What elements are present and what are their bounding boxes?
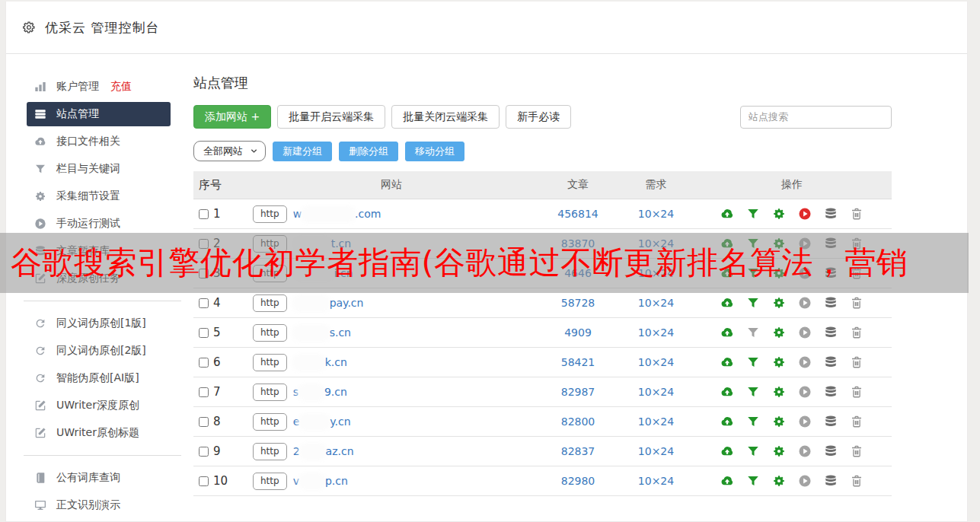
sidebar-item[interactable]: 智能伪原创[AI版] [27, 366, 171, 390]
site-domain-link[interactable]: s.cn [293, 326, 351, 339]
cloud-upload-icon[interactable] [720, 474, 734, 488]
refresh-icon [34, 372, 46, 384]
funnel-icon[interactable] [746, 444, 760, 458]
trash-icon[interactable] [850, 207, 863, 221]
play-icon[interactable] [798, 296, 812, 310]
database-icon[interactable] [824, 444, 838, 458]
gears-icon[interactable] [772, 296, 786, 310]
new-group-button[interactable]: 新建分组 [273, 142, 332, 161]
trash-icon[interactable] [850, 355, 863, 369]
row-checkbox[interactable] [199, 328, 209, 338]
play-icon[interactable] [798, 326, 812, 339]
funnel-icon[interactable] [746, 355, 760, 369]
row-checkbox[interactable] [199, 447, 209, 457]
trash-icon[interactable] [850, 444, 863, 458]
database-icon[interactable] [824, 474, 838, 488]
trash-icon[interactable] [850, 296, 863, 310]
row-checkbox[interactable] [199, 387, 209, 397]
recharge-link[interactable]: 充值 [110, 80, 132, 94]
cloud-upload-icon[interactable] [720, 326, 734, 339]
row-checkbox[interactable] [199, 298, 209, 308]
sidebar-item[interactable]: 接口文件相关 [27, 129, 171, 154]
gears-icon[interactable] [772, 385, 786, 399]
funnel-icon[interactable] [746, 207, 760, 221]
sidebar-item[interactable]: 账户管理充值 [27, 75, 171, 99]
row-checkbox[interactable] [199, 358, 209, 368]
article-count[interactable]: 58421 [536, 356, 620, 368]
edit-icon [34, 427, 46, 439]
funnel-icon[interactable] [746, 415, 760, 428]
row-checkbox[interactable] [199, 417, 209, 427]
gears-icon[interactable] [772, 474, 786, 488]
sidebar-item[interactable]: 同义词伪原创[2版] [27, 339, 171, 363]
play-icon[interactable] [798, 474, 812, 488]
database-icon[interactable] [824, 385, 838, 399]
cloud-upload-icon[interactable] [720, 296, 734, 310]
site-search-input[interactable] [740, 106, 892, 129]
move-group-button[interactable]: 移动分组 [405, 142, 464, 161]
article-count[interactable]: 82800 [536, 415, 620, 428]
gears-icon[interactable] [772, 415, 786, 428]
newbie-guide-button[interactable]: 新手必读 [506, 105, 571, 129]
database-icon[interactable] [824, 415, 838, 428]
cloud-upload-icon[interactable] [720, 355, 734, 369]
article-count[interactable]: 82837 [536, 445, 620, 457]
sidebar-item[interactable]: 站点管理 [27, 102, 171, 126]
gears-icon[interactable] [772, 355, 786, 369]
cloud-upload-icon[interactable] [720, 444, 734, 458]
funnel-icon[interactable] [746, 474, 760, 488]
sidebar-item[interactable]: 正文识别演示 [27, 493, 171, 517]
article-count[interactable]: 4909 [536, 326, 620, 339]
sidebar-item[interactable]: 采集细节设置 [27, 184, 171, 208]
site-domain-link[interactable]: w.com [293, 208, 381, 220]
site-domain-link[interactable]: vp.cn [293, 475, 348, 487]
trash-icon[interactable] [850, 326, 863, 339]
delete-group-button[interactable]: 删除分组 [339, 142, 398, 161]
article-count[interactable]: 58728 [536, 297, 620, 309]
cloud-upload-icon[interactable] [720, 207, 734, 221]
gears-icon [34, 190, 46, 202]
database-icon[interactable] [824, 326, 838, 339]
cloud-upload-icon[interactable] [720, 415, 734, 428]
site-domain-link[interactable]: s9.cn [293, 386, 347, 398]
database-icon[interactable] [824, 207, 838, 221]
batch-open-cloud-button[interactable]: 批量开启云端采集 [277, 105, 385, 129]
funnel-icon[interactable] [746, 296, 760, 310]
site-domain-link[interactable]: ey.cn [293, 415, 351, 428]
article-count[interactable]: 82987 [536, 386, 620, 398]
cloud-upload-icon[interactable] [720, 385, 734, 399]
row-actions [692, 355, 892, 369]
trash-icon[interactable] [850, 474, 863, 488]
gears-icon[interactable] [772, 444, 786, 458]
row-checkbox[interactable] [199, 209, 209, 219]
play-icon[interactable] [798, 385, 812, 399]
site-domain-link[interactable]: 2az.cn [293, 445, 354, 457]
play-icon[interactable] [798, 355, 812, 369]
article-count[interactable]: 456814 [536, 208, 620, 220]
gears-icon[interactable] [772, 207, 786, 221]
redacted-domain-blur [301, 416, 328, 428]
database-icon[interactable] [824, 355, 838, 369]
funnel-icon[interactable] [746, 326, 760, 339]
site-domain-link[interactable]: k.cn [293, 356, 347, 368]
article-count[interactable]: 82980 [536, 475, 620, 487]
sidebar-item[interactable]: UWriter原创标题 [27, 421, 171, 445]
gears-icon[interactable] [772, 326, 786, 339]
sidebar-item[interactable]: 公有词库查询 [27, 466, 171, 490]
site-domain-link[interactable]: pay.cn [293, 297, 364, 309]
trash-icon[interactable] [850, 385, 863, 399]
add-site-button[interactable]: 添加网站 + [193, 105, 271, 129]
redacted-domain-blur [301, 476, 324, 487]
play-icon[interactable] [798, 444, 812, 458]
funnel-icon[interactable] [746, 385, 760, 399]
trash-icon[interactable] [850, 415, 863, 428]
batch-close-cloud-button[interactable]: 批量关闭云端采集 [391, 105, 500, 129]
sidebar-item[interactable]: 同义词伪原创[1版] [27, 311, 171, 336]
play-icon[interactable] [798, 207, 812, 221]
row-checkbox[interactable] [199, 476, 209, 486]
sidebar-item[interactable]: 栏目与关键词 [27, 157, 171, 181]
database-icon[interactable] [824, 296, 838, 310]
sidebar-item[interactable]: UWriter深度原创 [27, 393, 171, 418]
play-icon[interactable] [798, 415, 812, 428]
group-filter-select[interactable]: 全部网站 [193, 141, 266, 161]
